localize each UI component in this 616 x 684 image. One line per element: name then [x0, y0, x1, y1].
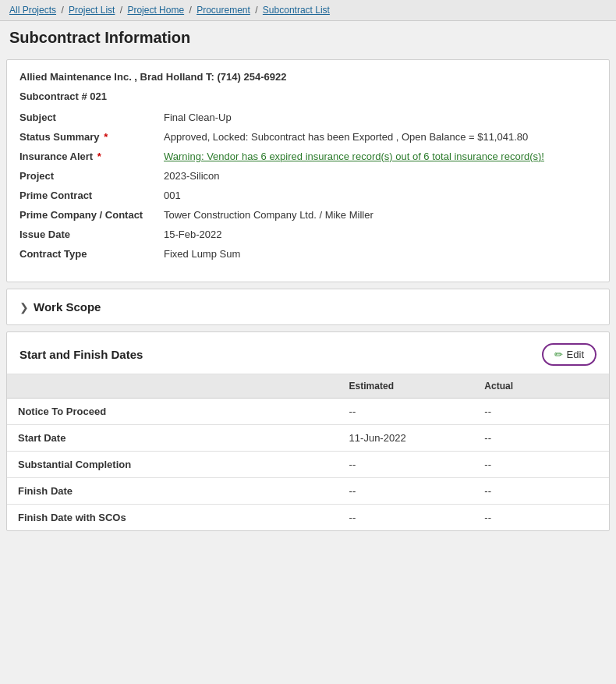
dates-row-actual: -- — [473, 425, 609, 452]
dates-row-label: Start Date — [7, 425, 338, 452]
breadcrumb-sep-1: / — [61, 5, 66, 16]
dates-row-label: Substantial Completion — [7, 452, 338, 478]
field-row-subject: Subject Final Clean-Up — [19, 112, 597, 123]
insurance-alert-link[interactable]: Warning: Vendor has 6 expired insurance … — [164, 151, 544, 162]
field-row-prime-company: Prime Company / Contact Tower Constructi… — [19, 209, 597, 221]
field-row-contract-type: Contract Type Fixed Lump Sum — [19, 248, 597, 260]
dates-row-label: Finish Date — [7, 478, 338, 505]
dates-table-row: Start Date 11-Jun-2022 -- — [7, 425, 609, 452]
dates-row-estimated: -- — [338, 478, 474, 505]
dates-row-label: Finish Date with SCOs — [7, 505, 338, 531]
required-star-status: * — [104, 131, 108, 143]
field-label-contract-type: Contract Type — [19, 248, 164, 260]
dates-row-actual: -- — [473, 452, 609, 478]
dates-title: Start and Finish Dates — [19, 348, 143, 361]
work-scope-header[interactable]: ❯ Work Scope — [7, 289, 609, 324]
subcontract-number: Subcontract # 021 — [19, 90, 597, 102]
dates-table: Estimated Actual Notice To Proceed -- --… — [7, 374, 609, 530]
dates-row-actual: -- — [473, 478, 609, 505]
field-value-project: 2023-Silicon — [164, 170, 597, 182]
dates-section: Start and Finish Dates ✏ Edit Estimated … — [6, 331, 610, 531]
breadcrumb-all-projects[interactable]: All Projects — [9, 5, 56, 16]
work-scope-title: Work Scope — [34, 300, 101, 314]
field-label-subject: Subject — [19, 112, 164, 123]
field-value-contract-type: Fixed Lump Sum — [164, 248, 597, 260]
dates-row-label: Notice To Proceed — [7, 399, 338, 425]
dates-table-row: Substantial Completion -- -- — [7, 452, 609, 478]
pencil-icon: ✏ — [554, 349, 563, 360]
dates-row-estimated: -- — [338, 505, 474, 531]
breadcrumb-procurement[interactable]: Procurement — [196, 5, 250, 16]
work-scope-card: ❯ Work Scope — [6, 289, 610, 325]
edit-button[interactable]: ✏ Edit — [542, 343, 597, 366]
dates-header: Start and Finish Dates ✏ Edit — [7, 332, 609, 374]
page-title: Subcontract Information — [0, 21, 616, 53]
field-label-status: Status Summary * — [19, 131, 164, 143]
field-value-prime-contract: 001 — [164, 190, 597, 201]
breadcrumb-project-list[interactable]: Project List — [69, 5, 115, 16]
dates-table-row: Finish Date -- -- — [7, 478, 609, 505]
chevron-right-icon: ❯ — [19, 301, 29, 314]
col-header-name — [7, 374, 338, 399]
field-row-prime-contract: Prime Contract 001 — [19, 190, 597, 201]
breadcrumb: All Projects / Project List / Project Ho… — [0, 0, 616, 21]
dates-table-header-row: Estimated Actual — [7, 374, 609, 399]
dates-table-row: Finish Date with SCOs -- -- — [7, 505, 609, 531]
breadcrumb-sep-2: / — [120, 5, 126, 16]
field-row-status: Status Summary * Approved, Locked: Subco… — [19, 131, 597, 143]
subcontract-info-card: Allied Maintenance Inc. , Brad Holland T… — [6, 59, 610, 282]
col-header-actual: Actual — [473, 374, 609, 399]
field-value-issue-date: 15-Feb-2022 — [164, 229, 597, 240]
field-value-prime-company: Tower Construction Company Ltd. / Mike M… — [164, 209, 597, 221]
field-row-insurance: Insurance Alert * Warning: Vendor has 6 … — [19, 151, 597, 162]
field-label-issue-date: Issue Date — [19, 229, 164, 240]
dates-row-actual: -- — [473, 399, 609, 425]
field-label-prime-company: Prime Company / Contact — [19, 209, 164, 221]
field-label-insurance: Insurance Alert * — [19, 151, 164, 162]
field-value-status: Approved, Locked: Subcontract has been E… — [164, 131, 597, 143]
col-header-estimated: Estimated — [338, 374, 474, 399]
breadcrumb-sep-3: / — [189, 5, 194, 16]
dates-table-row: Notice To Proceed -- -- — [7, 399, 609, 425]
vendor-line: Allied Maintenance Inc. , Brad Holland T… — [19, 71, 597, 83]
info-section: Allied Maintenance Inc. , Brad Holland T… — [7, 60, 609, 282]
field-label-prime-contract: Prime Contract — [19, 190, 164, 201]
dates-row-estimated: -- — [338, 452, 474, 478]
field-value-subject: Final Clean-Up — [164, 112, 597, 123]
field-row-project: Project 2023-Silicon — [19, 170, 597, 182]
dates-row-actual: -- — [473, 505, 609, 531]
breadcrumb-project-home[interactable]: Project Home — [127, 5, 184, 16]
breadcrumb-sep-4: / — [255, 5, 260, 16]
field-value-insurance: Warning: Vendor has 6 expired insurance … — [164, 151, 597, 162]
field-row-issue-date: Issue Date 15-Feb-2022 — [19, 229, 597, 240]
dates-row-estimated: 11-Jun-2022 — [338, 425, 474, 452]
required-star-insurance: * — [97, 151, 101, 162]
breadcrumb-subcontract-list[interactable]: Subcontract List — [263, 5, 330, 16]
edit-label: Edit — [567, 349, 584, 360]
dates-row-estimated: -- — [338, 399, 474, 425]
field-label-project: Project — [19, 170, 164, 182]
